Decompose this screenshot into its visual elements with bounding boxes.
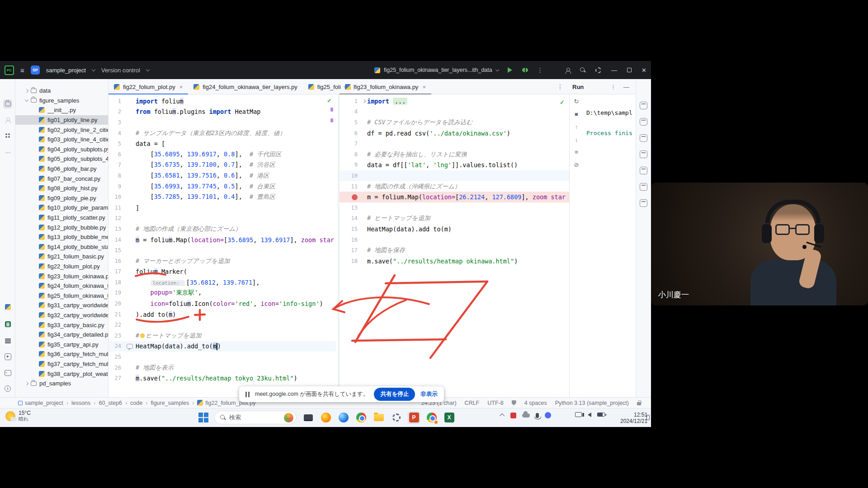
tree-item-figure_samples[interactable]: figure_samples <box>15 96 108 106</box>
line-ending-widget[interactable]: CRLF <box>465 400 480 406</box>
main-menu-icon[interactable]: ≡ <box>20 66 24 74</box>
vcs-widget[interactable]: Version control <box>101 67 140 74</box>
weather-widget[interactable]: 15°C 晴れ <box>5 410 31 422</box>
bookmarks-icon[interactable] <box>640 150 647 158</box>
notification-center-icon[interactable] <box>646 415 650 420</box>
chrome-badged-icon[interactable] <box>425 412 438 424</box>
run-scroll-down-icon[interactable]: ↓ <box>575 136 578 143</box>
onedrive-icon[interactable] <box>522 413 530 418</box>
ai-assistant-icon[interactable] <box>640 102 647 109</box>
tree-item-fig08_plotly_hist.py[interactable]: fig08_plotly_hist.py <box>15 183 108 193</box>
chevron-right-icon[interactable] <box>25 381 28 385</box>
tree-item-fig35_cartpy_api.py[interactable]: fig35_cartpy_api.py <box>15 339 108 349</box>
run-console-output[interactable]: D:\temp\sampl Process finis <box>586 108 632 139</box>
tree-item-fig04_plotly_subplots.py[interactable]: fig04_plotly_subplots.py <box>15 145 108 155</box>
firefox-icon[interactable] <box>320 412 332 424</box>
fold-arrow-icon[interactable] <box>362 99 365 103</box>
tree-item-fig13_plotly_bubble_mesh.py[interactable]: fig13_plotly_bubble_mesh.py <box>15 232 108 242</box>
breadcrumb-item[interactable]: code <box>130 400 142 406</box>
minimize-button[interactable]: — <box>611 67 617 74</box>
dependencies-icon[interactable] <box>640 134 647 142</box>
tree-item-fig02_plotly_line_2_cities.py[interactable]: fig02_plotly_line_2_cities.py <box>15 125 108 135</box>
tree-item-fig01_plotly_line.py[interactable]: fig01_plotly_line.py <box>15 115 108 125</box>
settings-icon[interactable] <box>595 67 601 73</box>
tree-item-fig33_cartpy_basic.py[interactable]: fig33_cartpy_basic.py <box>15 320 108 330</box>
run-panel-title[interactable]: Run <box>572 84 584 90</box>
tree-item-fig31_cartpy_worldwide.py[interactable]: fig31_cartpy_worldwide.py <box>15 300 108 310</box>
project-icon[interactable] <box>3 99 12 108</box>
close-icon[interactable]: × <box>179 84 183 90</box>
tree-item-fig32_cartpy_worldwide_azim[interactable]: fig32_cartpy_worldwide_azim <box>15 310 108 320</box>
explorer-icon[interactable] <box>373 412 385 424</box>
build-icon[interactable] <box>640 167 647 174</box>
close-icon[interactable]: × <box>422 84 426 90</box>
tree-item-fig05_plotly_subplots_4_cities[interactable]: fig05_plotly_subplots_4_cities <box>15 154 108 164</box>
breadcrumb-item[interactable]: figure_samples <box>151 400 189 406</box>
layers-icon[interactable] <box>3 336 12 345</box>
hidden-icons-chevron[interactable] <box>500 413 505 418</box>
tree-item-fig22_folium_plot.py[interactable]: fig22_folium_plot.py <box>15 262 108 272</box>
inspections-ok-icon[interactable]: ✓ <box>327 97 332 104</box>
run-soft-wrap-icon[interactable]: ≡ <box>575 149 578 155</box>
tree-item-fig03_plotly_line_4_cities_add[interactable]: fig03_plotly_line_4_cities_add <box>15 135 108 145</box>
run-stop-icon[interactable]: ■ <box>575 111 578 117</box>
excel-icon[interactable]: X <box>443 412 455 424</box>
editor-tab[interactable]: fig24_folium_okinawa_tier_layers.py <box>188 79 303 94</box>
python-packages-icon[interactable] <box>3 302 12 311</box>
indent-widget[interactable]: 4 spaces <box>524 400 547 406</box>
tree-item-fig14_plotly_bubble_stat.py[interactable]: fig14_plotly_bubble_stat.py <box>15 242 108 252</box>
tree-item-fig06_plotly_bar.py[interactable]: fig06_plotly_bar.py <box>15 164 108 174</box>
chrome-icon[interactable] <box>355 412 367 424</box>
encoding-widget[interactable]: UTF-8 <box>487 400 503 406</box>
editor-right[interactable]: 1import ...45# CSVファイルからデータを読み込む6df = pd… <box>338 94 569 397</box>
chevron-down-icon[interactable] <box>25 98 28 102</box>
problems-icon[interactable]: ! <box>3 384 12 393</box>
editor-group-more-icon[interactable]: ⋮ <box>557 79 563 94</box>
hide-banner-link[interactable]: 非表示 <box>420 390 438 398</box>
services-icon[interactable] <box>3 352 12 361</box>
tree-item-__init__.py[interactable]: __init__.py <box>15 105 108 115</box>
inspections-ok-icon[interactable]: ✓ <box>560 99 565 106</box>
tree-item-pd_samples[interactable]: pd_samples <box>15 379 108 389</box>
more-tools-icon[interactable]: ⋯ <box>3 148 12 157</box>
tree-item-data[interactable]: data <box>15 86 108 96</box>
database-icon[interactable] <box>640 118 647 126</box>
stop-sharing-button[interactable]: 共有を停止 <box>374 388 415 401</box>
sheets-icon[interactable] <box>3 319 12 328</box>
tree-item-fig09_plotly_pie.py[interactable]: fig09_plotly_pie.py <box>15 193 108 203</box>
run-window-icon[interactable] <box>640 199 647 207</box>
close-button[interactable]: ✕ <box>642 67 646 74</box>
tree-item-fig34_cartpy_detailed.py[interactable]: fig34_cartpy_detailed.py <box>15 330 108 340</box>
tree-item-fig24_folium_okinawa_tier_lay[interactable]: fig24_folium_okinawa_tier_lay <box>15 281 108 291</box>
intention-bulb-icon[interactable] <box>140 333 145 338</box>
editor-tab[interactable]: fig22_folium_plot.py× <box>108 79 188 94</box>
speaker-icon[interactable] <box>588 413 591 417</box>
tree-item-fig38_cartpy_plot_weather_da[interactable]: fig38_cartpy_plot_weather_da <box>15 369 108 379</box>
pull-requests-icon[interactable] <box>3 115 12 124</box>
inspection-highlight-icon[interactable] <box>512 400 516 405</box>
edge-icon[interactable] <box>337 412 349 424</box>
security-icon[interactable] <box>510 413 516 418</box>
project-selector[interactable]: sample_project <box>46 67 86 74</box>
tree-item-fig12_plotly_bubble.py[interactable]: fig12_plotly_bubble.py <box>15 222 108 232</box>
terminal-icon[interactable]: >_ <box>3 368 12 377</box>
search-input[interactable]: 検索 <box>214 411 297 424</box>
hide-panel-icon[interactable]: — <box>623 84 629 90</box>
run-button[interactable] <box>508 67 512 73</box>
run-clear-icon[interactable]: ⊘ <box>574 161 579 168</box>
breadcrumb-item[interactable]: sample_project <box>18 400 63 406</box>
run-rerun-icon[interactable]: ↻ <box>574 98 579 105</box>
tree-item-fig36_cartpy_fetch_multiple.p[interactable]: fig36_cartpy_fetch_multiple.p <box>15 349 108 359</box>
breadcrumb-item[interactable]: 60_step6 <box>99 400 122 406</box>
start-button[interactable] <box>198 412 209 423</box>
tree-item-fig23_folium_okinawa.py[interactable]: fig23_folium_okinawa.py <box>15 271 108 281</box>
search-everywhere-icon[interactable] <box>580 67 585 73</box>
monitor-icon[interactable] <box>302 412 314 424</box>
tree-item-fig10_plotly_pie_param.py[interactable]: fig10_plotly_pie_param.py <box>15 203 108 213</box>
tree-item-fig07_bar_concat.py[interactable]: fig07_bar_concat.py <box>15 174 108 183</box>
display-icon[interactable] <box>575 412 582 417</box>
battery-icon[interactable] <box>597 413 605 417</box>
structure-icon[interactable] <box>3 131 12 140</box>
interpreter-widget[interactable]: Python 3.13 (sample_project) <box>555 400 629 406</box>
tree-item-fig21_folium_basic.py[interactable]: fig21_folium_basic.py <box>15 252 108 262</box>
